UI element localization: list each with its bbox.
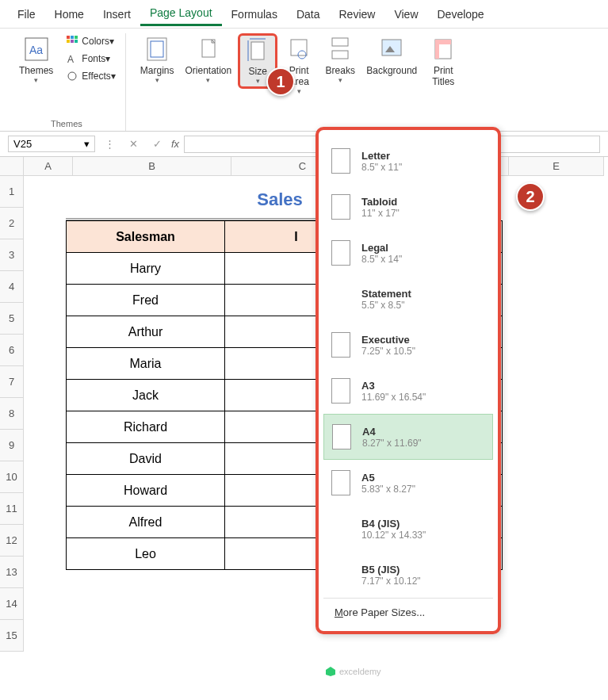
size-option-a4[interactable]: A48.27" x 11.69" (323, 414, 493, 460)
size-option-a3[interactable]: A311.69" x 16.54" (323, 368, 493, 414)
size-option-statement[interactable]: Statement5.5" x 8.5" (323, 276, 493, 322)
table-cell[interactable]: Maria (67, 348, 225, 380)
size-option-letter[interactable]: Letter8.5" x 11" (323, 138, 493, 184)
column-header[interactable]: A (24, 157, 73, 176)
table-cell[interactable]: Jack (67, 380, 225, 411)
size-option-executive[interactable]: Executive7.25" x 10.5" (323, 322, 493, 368)
tab-formulas[interactable]: Formulas (222, 3, 287, 25)
svg-rect-13 (251, 42, 264, 59)
row-header[interactable]: 10 (0, 461, 24, 493)
effects-icon (66, 70, 78, 82)
table-cell[interactable]: David (67, 443, 225, 475)
print-titles-button[interactable]: Print Titles (423, 33, 463, 90)
table-cell[interactable]: Arthur (67, 316, 225, 348)
print-titles-icon (430, 36, 456, 62)
row-header[interactable]: 8 (0, 398, 24, 430)
colors-button[interactable]: Colors ▾ (63, 33, 118, 49)
margins-icon (144, 36, 170, 62)
ribbon-group-page-setup: Margins▾ Orientation▾ Size▾ Print Area▾ … (125, 33, 469, 131)
page-icon (332, 424, 351, 449)
cancel-icon[interactable]: ✕ (124, 135, 143, 154)
size-option-b5[interactable]: B5 (JIS)7.17" x 10.12" (323, 552, 493, 598)
page-icon (331, 516, 350, 541)
annotation-badge-1: 1 (266, 67, 295, 96)
page-icon (331, 148, 350, 174)
select-all-cell[interactable] (0, 157, 24, 176)
svg-rect-3 (71, 36, 74, 39)
table-cell[interactable]: Richard (67, 411, 225, 443)
svg-marker-24 (326, 667, 335, 676)
effects-button[interactable]: Effects ▾ (63, 68, 118, 84)
spreadsheet: 1 2 3 4 5 6 7 8 9 10 11 12 13 14 15 A B … (0, 157, 608, 652)
row-header[interactable]: 2 (0, 208, 24, 239)
tab-view[interactable]: View (384, 3, 427, 25)
svg-rect-11 (151, 41, 163, 57)
tab-developer[interactable]: Develope (428, 3, 494, 25)
svg-rect-5 (67, 40, 70, 43)
row-header[interactable]: 15 (0, 620, 24, 652)
row-header[interactable]: 7 (0, 366, 24, 398)
table-cell[interactable]: Leo (67, 538, 225, 570)
table-cell[interactable]: Alfred (67, 507, 225, 538)
background-button[interactable]: Background (361, 33, 422, 79)
themes-button[interactable]: Aa Themes ▾ (14, 33, 58, 87)
row-header[interactable]: 1 (0, 176, 24, 208)
enter-icon[interactable]: ✓ (147, 135, 166, 154)
size-option-a5[interactable]: A55.83" x 8.27" (323, 460, 493, 506)
print-area-icon (286, 36, 312, 62)
page-icon (331, 240, 350, 266)
table-cell[interactable]: Howard (67, 475, 225, 507)
table-cell[interactable]: Fred (67, 285, 225, 316)
tab-file[interactable]: File (8, 3, 45, 25)
table-header[interactable]: Salesman (67, 221, 225, 253)
fonts-button[interactable]: A Fonts ▾ (63, 51, 118, 67)
margins-button[interactable]: Margins▾ (136, 33, 179, 87)
formula-bar: V25 ▾ ⋮ ✕ ✓ fx (0, 132, 608, 157)
fx-icon[interactable]: fx (171, 138, 179, 150)
column-header[interactable]: E (509, 157, 604, 176)
themes-icon: Aa (24, 36, 49, 62)
breaks-icon (327, 36, 353, 62)
row-header[interactable]: 4 (0, 271, 24, 303)
svg-rect-4 (75, 36, 78, 39)
tab-insert[interactable]: Insert (94, 3, 140, 25)
row-headers: 1 2 3 4 5 6 7 8 9 10 11 12 13 14 15 (0, 157, 24, 652)
tab-home[interactable]: Home (45, 3, 94, 25)
row-header[interactable]: 3 (0, 239, 24, 271)
row-header[interactable]: 5 (0, 303, 24, 335)
more-paper-sizes[interactable]: More Paper Sizes... (323, 598, 493, 626)
tab-page-layout[interactable]: Page Layout (140, 2, 222, 26)
row-header[interactable]: 9 (0, 430, 24, 461)
row-header[interactable]: 14 (0, 588, 24, 620)
size-dropdown: Letter8.5" x 11" Tabloid11" x 17" Legal8… (315, 127, 501, 634)
ribbon-group-themes: Aa Themes ▾ Colors ▾ A Fonts ▾ Effects ▾ (8, 33, 125, 131)
formula-separator: ⋮ (100, 135, 119, 154)
watermark-icon (325, 666, 336, 677)
row-header[interactable]: 12 (0, 525, 24, 557)
page-icon (331, 286, 350, 312)
background-icon (379, 36, 404, 62)
ribbon: Aa Themes ▾ Colors ▾ A Fonts ▾ Effects ▾ (0, 29, 608, 132)
size-option-tabloid[interactable]: Tabloid11" x 17" (323, 184, 493, 230)
svg-rect-19 (382, 40, 401, 55)
svg-point-9 (68, 72, 76, 80)
breaks-button[interactable]: Breaks▾ (320, 33, 360, 87)
size-option-legal[interactable]: Legal8.5" x 14" (323, 230, 493, 276)
table-cell[interactable]: Harry (67, 253, 225, 285)
row-header[interactable]: 11 (0, 493, 24, 525)
tab-review[interactable]: Review (330, 3, 385, 25)
svg-rect-16 (291, 40, 307, 55)
colors-icon (66, 35, 78, 48)
page-icon (331, 562, 350, 587)
row-header[interactable]: 13 (0, 557, 24, 588)
chevron-down-icon: ▾ (84, 138, 90, 150)
orientation-icon (196, 36, 221, 62)
name-box[interactable]: V25 ▾ (8, 136, 95, 152)
row-header[interactable]: 6 (0, 335, 24, 366)
tab-data[interactable]: Data (287, 3, 330, 25)
column-header[interactable]: B (73, 157, 231, 176)
orientation-button[interactable]: Orientation▾ (181, 33, 237, 87)
page-icon (331, 470, 350, 495)
svg-text:A: A (67, 54, 74, 64)
size-option-b4[interactable]: B4 (JIS)10.12" x 14.33" (323, 506, 493, 552)
